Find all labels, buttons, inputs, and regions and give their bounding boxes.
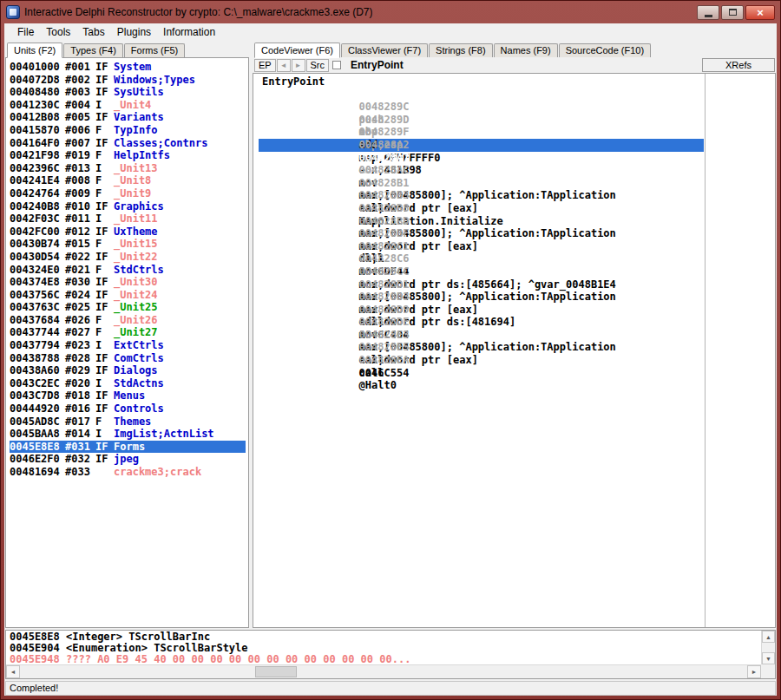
minimize-button[interactable]: [697, 5, 719, 20]
entrypoint-label: EntryPoint: [351, 59, 404, 71]
xrefs-column-header[interactable]: XRefs: [702, 58, 775, 72]
unit-name: _Unit27: [114, 326, 158, 339]
info-log-lines[interactable]: 0045E8E8 <Integer> TScrollBarInc 0045E90…: [6, 631, 761, 664]
unit-row[interactable]: 0045BAA8 #014 I ImgList;ActnList: [10, 428, 248, 441]
app-icon[interactable]: [6, 5, 20, 19]
unit-flags: IF: [95, 86, 114, 99]
right-tab[interactable]: ClassViewer (F7): [341, 43, 428, 57]
unit-row[interactable]: 00412B08 #005 IF Variants: [10, 111, 248, 124]
unit-flags: F: [95, 314, 114, 327]
unit-row[interactable]: 0043C2EC #020 I StdActns: [10, 377, 248, 390]
unit-number: #004: [65, 99, 95, 112]
menu-item[interactable]: Information: [157, 24, 221, 40]
vertical-scrollbar[interactable]: ▲ ▼: [761, 631, 775, 664]
right-tab[interactable]: Names (F9): [494, 43, 558, 57]
unit-row[interactable]: 0043C7D8 #018 IF Menus: [10, 389, 248, 402]
scroll-right-icon[interactable]: ►: [747, 665, 761, 678]
code-line[interactable]: 0048289C push ebp: [259, 88, 704, 101]
unit-name: TypInfo: [114, 124, 158, 137]
unit-flags: IF: [95, 441, 114, 454]
unit-row[interactable]: 00438A60 #029 IF Dialogs: [10, 364, 248, 377]
close-button[interactable]: ×: [745, 5, 775, 20]
unit-flags: F: [95, 326, 114, 339]
back-icon[interactable]: ◄: [277, 59, 291, 72]
left-tab[interactable]: Types (F4): [63, 43, 123, 57]
right-tab[interactable]: SourceCode (F10): [559, 43, 652, 57]
unit-row[interactable]: 004324E0 #021 F StdCtrls: [10, 264, 248, 277]
menu-item[interactable]: Tabs: [76, 24, 110, 40]
unit-row[interactable]: 0042F03C #011 I _Unit11: [10, 213, 248, 226]
instruction-address: 004828D9: [359, 304, 427, 317]
unit-row[interactable]: 00421F98 #019 F HelpIntfs: [10, 149, 248, 162]
unit-address: 0043763C: [10, 301, 65, 314]
left-tab-strip: Units (F2) Types (F4) Forms (F5): [5, 41, 249, 57]
left-tab[interactable]: Forms (F5): [124, 43, 185, 57]
scroll-down-icon[interactable]: ▼: [762, 652, 775, 664]
src-checkbox[interactable]: [332, 61, 341, 69]
unit-row[interactable]: 0045E8E8 #031 IF Forms: [10, 441, 246, 454]
unit-row[interactable]: 00430D54 #022 IF _Unit22: [10, 251, 248, 264]
unit-row[interactable]: 00430B74 #015 F _Unit15: [10, 238, 248, 251]
disassembly-view[interactable]: EntryPoint 0048289C push ebp 0048289D: [253, 73, 776, 628]
unit-number: #019: [65, 149, 95, 162]
instruction-address: 004828B3: [359, 189, 427, 202]
unit-row[interactable]: 00401000 #001 IF System: [10, 61, 248, 74]
unit-flags: F: [95, 415, 114, 429]
unit-row[interactable]: 00415870 #006 F TypInfo: [10, 124, 248, 137]
unit-flags: F: [95, 149, 114, 162]
right-tab[interactable]: Strings (F8): [429, 43, 492, 57]
right-tab[interactable]: CodeViewer (F6): [254, 43, 340, 58]
window-title: Interactive Delphi Reconstructor by cryp…: [24, 6, 372, 18]
scroll-left-icon[interactable]: ◄: [6, 665, 20, 678]
info-log-line[interactable]: 0045E948 ???? A0 E9 45 40 00 00 00 00 00…: [10, 654, 761, 664]
xrefs-divider[interactable]: [705, 74, 706, 627]
unit-row[interactable]: 00438788 #028 IF ComCtrls: [10, 352, 248, 365]
unit-flags: F: [95, 187, 114, 200]
unit-flags: IF: [95, 352, 114, 365]
unit-row[interactable]: 0042396C #013 I _Unit13: [10, 162, 248, 175]
maximize-button[interactable]: [721, 5, 744, 20]
unit-number: #032: [65, 453, 95, 466]
unit-number: #014: [65, 428, 95, 441]
instruction-address: 004828C6: [359, 252, 427, 265]
instruction-address: 004828A7: [359, 152, 427, 165]
title-bar[interactable]: Interactive Delphi Reconstructor by cryp…: [4, 1, 777, 23]
unit-row[interactable]: 004072D8 #002 IF Windows;Types: [10, 74, 248, 87]
unit-row[interactable]: 004240B8 #010 IF Graphics: [10, 200, 248, 213]
unit-row[interactable]: 004164F0 #007 IF Classes;Contnrs: [10, 137, 248, 150]
unit-row[interactable]: 0046E2F0 #032 IF jpeg: [10, 453, 248, 466]
unit-row[interactable]: 004241E4 #008 F _Unit8: [10, 174, 248, 187]
scroll-up-icon[interactable]: ▲: [762, 631, 775, 643]
unit-row[interactable]: 0043756C #024 IF _Unit24: [10, 289, 248, 302]
unit-row[interactable]: 00481694 #033 crackme3;crack: [10, 466, 248, 479]
unit-name: Variants: [114, 111, 164, 124]
unit-row[interactable]: 004374E8 #030 IF _Unit30: [10, 276, 248, 289]
unit-row[interactable]: 0042FC00 #012 IF UxTheme: [10, 226, 248, 239]
forward-icon[interactable]: ►: [292, 59, 305, 72]
instruction-address: 004828B1: [359, 177, 427, 190]
unit-row[interactable]: 00408480 #003 IF SysUtils: [10, 86, 248, 99]
horizontal-scrollbar[interactable]: ◄ ►: [6, 664, 761, 678]
unit-number: #031: [65, 441, 95, 454]
unit-number: #033: [65, 466, 95, 479]
unit-flags: IF: [95, 389, 114, 402]
menu-item[interactable]: File: [11, 24, 40, 40]
ep-button[interactable]: EP: [254, 59, 276, 72]
unit-flags: IF: [95, 364, 114, 377]
unit-row[interactable]: 0045AD8C #017 F Themes: [10, 415, 248, 429]
unit-flags: IF: [95, 74, 114, 87]
left-tab[interactable]: Units (F2): [7, 43, 62, 58]
unit-row[interactable]: 00437744 #027 F _Unit27: [10, 326, 248, 339]
unit-row[interactable]: 00444920 #016 IF Controls: [10, 402, 248, 415]
unit-row[interactable]: 00437684 #026 F _Unit26: [10, 314, 248, 327]
unit-row[interactable]: 0041230C #004 I _Unit4: [10, 99, 248, 112]
unit-row[interactable]: 00424764 #009 F _Unit9: [10, 187, 248, 200]
vertical-scroll-track[interactable]: [762, 643, 775, 652]
unit-address: 00444920: [10, 402, 65, 415]
unit-row[interactable]: 0043763C #025 IF _Unit25: [10, 301, 248, 314]
unit-row[interactable]: 00437794 #023 I ExtCtrls: [10, 339, 248, 352]
horizontal-scroll-thumb[interactable]: [255, 666, 297, 677]
menu-item[interactable]: Tools: [40, 24, 76, 40]
src-button[interactable]: Src: [306, 59, 330, 72]
menu-item[interactable]: Plugins: [111, 24, 157, 40]
